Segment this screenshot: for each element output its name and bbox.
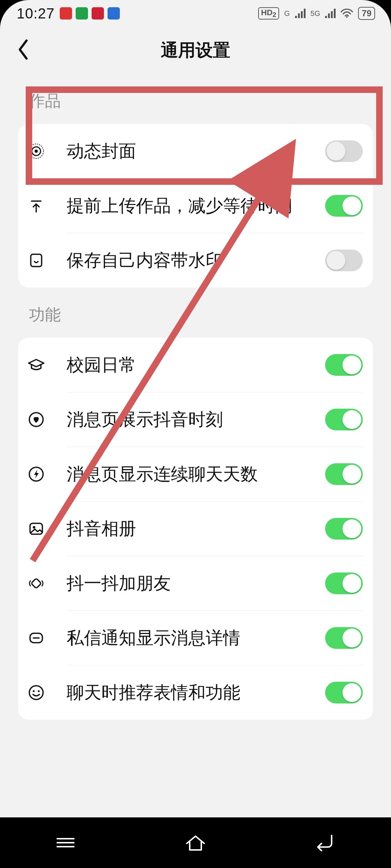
- bolt-icon: [28, 466, 45, 482]
- shake-icon: [28, 575, 45, 592]
- setting-label: 聊天时推荐表情和功能: [67, 681, 313, 705]
- setting-label: 提前上传作品，减少等待时间: [67, 194, 313, 218]
- svg-rect-4: [31, 254, 42, 267]
- page-title: 通用设置: [161, 39, 230, 62]
- setting-row-pre-upload[interactable]: 提前上传作品，减少等待时间: [18, 179, 373, 233]
- upload-icon: [28, 197, 45, 214]
- svg-point-0: [346, 16, 348, 18]
- toggle-campus[interactable]: [325, 354, 363, 376]
- smile-icon: [28, 684, 45, 701]
- svg-point-3: [35, 150, 38, 153]
- setting-row-dm-detail[interactable]: 私信通知显示消息详情: [18, 611, 373, 665]
- setting-row-streak[interactable]: 消息页显示连续聊天天数: [18, 447, 373, 501]
- network-g-label: G: [284, 9, 290, 18]
- svg-rect-9: [31, 578, 41, 588]
- status-app-icons: [60, 7, 120, 20]
- settings-card-works: 动态封面 提前上传作品，减少等待时间 保存自己内容带水印: [18, 124, 373, 288]
- toggle-dynamic-cover[interactable]: [325, 140, 363, 162]
- section-title-features: 功能: [0, 288, 391, 338]
- settings-card-features: 校园日常 消息页展示抖音时刻 消息页显示连续聊天天数: [18, 338, 373, 720]
- setting-label: 私信通知显示消息详情: [67, 626, 313, 650]
- toggle-dm-detail[interactable]: [325, 627, 363, 649]
- setting-label: 抖一抖加朋友: [67, 572, 313, 595]
- toggle-pre-upload[interactable]: [325, 195, 363, 217]
- toggle-streak[interactable]: [325, 463, 363, 485]
- setting-label: 保存自己内容带水印: [67, 249, 313, 272]
- setting-row-shake[interactable]: 抖一抖加朋友: [18, 556, 373, 610]
- section-title-works: 作品: [0, 74, 391, 124]
- status-time: 10:27: [17, 5, 55, 22]
- hd-indicator-icon: HD2: [258, 7, 279, 20]
- toggle-album[interactable]: [325, 518, 363, 540]
- status-bar: 10:27 HD2 G 5G 79: [0, 0, 391, 27]
- svg-point-11: [29, 686, 43, 699]
- setting-label: 消息页显示连续聊天天数: [67, 463, 313, 486]
- network-5g-label: 5G: [311, 9, 320, 18]
- back-nav-button[interactable]: [313, 834, 338, 851]
- svg-point-13: [38, 690, 39, 692]
- setting-label: 动态封面: [67, 140, 313, 163]
- chevron-left-icon: [16, 38, 30, 61]
- toggle-shake[interactable]: [325, 573, 363, 594]
- setting-row-watermark[interactable]: 保存自己内容带水印: [18, 233, 373, 288]
- signal-icon: [295, 9, 306, 18]
- svg-point-8: [33, 526, 35, 529]
- toggle-moments[interactable]: [325, 409, 363, 430]
- wifi-icon: [341, 9, 353, 18]
- photo-icon: [28, 520, 45, 537]
- save-icon: [28, 252, 45, 269]
- toggle-emoji-suggest[interactable]: [325, 682, 363, 703]
- message-icon: [28, 630, 45, 646]
- header: 通用设置: [0, 27, 391, 74]
- setting-row-emoji-suggest[interactable]: 聊天时推荐表情和功能: [18, 665, 373, 720]
- heart-icon: [28, 411, 45, 428]
- system-nav-bar: [0, 817, 391, 868]
- battery-indicator: 79: [358, 7, 375, 20]
- back-button[interactable]: [16, 38, 30, 62]
- setting-row-moments[interactable]: 消息页展示抖音时刻: [18, 392, 373, 447]
- home-button[interactable]: [184, 833, 207, 852]
- setting-row-album[interactable]: 抖音相册: [18, 502, 373, 556]
- setting-label: 抖音相册: [67, 517, 313, 541]
- setting-row-dynamic-cover[interactable]: 动态封面: [18, 124, 373, 178]
- target-icon: [28, 143, 45, 159]
- setting-label: 校园日常: [67, 353, 313, 377]
- setting-row-campus[interactable]: 校园日常: [18, 338, 373, 392]
- recents-button[interactable]: [53, 834, 78, 851]
- cap-icon: [27, 357, 45, 373]
- setting-label: 消息页展示抖音时刻: [67, 408, 313, 431]
- svg-point-12: [33, 690, 34, 692]
- signal-icon: [325, 9, 336, 18]
- toggle-watermark[interactable]: [325, 250, 363, 271]
